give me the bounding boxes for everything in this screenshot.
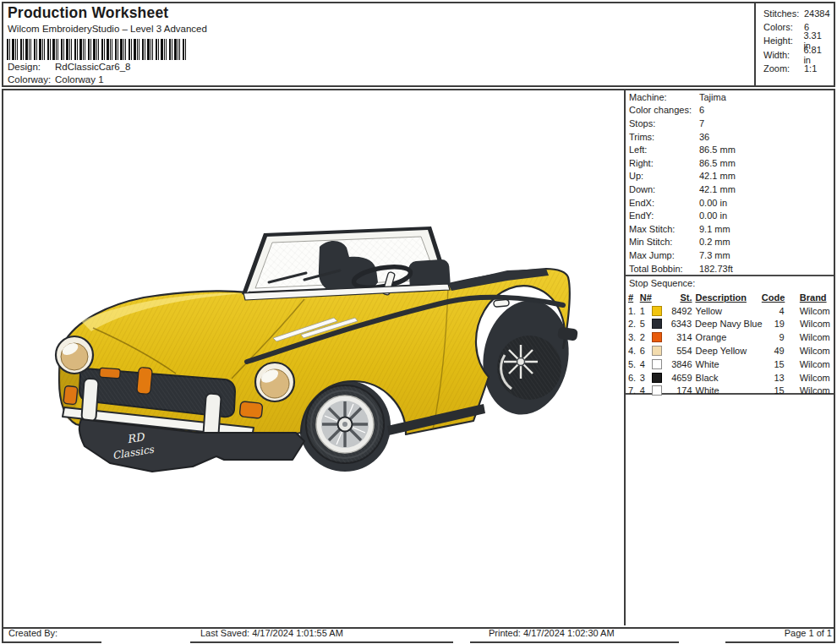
stop-number: 7. (628, 385, 640, 396)
stop-table-rows: 1.18492Yellow4Wilcom2.56343Deep Navy Blu… (628, 304, 832, 398)
machine-info-value: 0.2 mm (699, 237, 730, 247)
colorway-label: Colorway: (8, 74, 55, 85)
bumper-guard-right (203, 393, 222, 438)
front-wheel (306, 385, 384, 463)
thread-description: Black (692, 373, 763, 383)
headlight-right (255, 363, 294, 401)
thread-color-swatch (652, 332, 662, 342)
machine-info-value: 7.3 mm (699, 250, 730, 260)
col-header-needle: N# (640, 292, 653, 303)
thread-color-swatch (652, 306, 662, 316)
machine-info-label: Max Stitch: (629, 224, 699, 234)
stitch-count: 8492 (666, 306, 692, 316)
col-header-code: Code (762, 292, 785, 303)
stop-number: 4. (628, 346, 640, 356)
stop-number: 1. (628, 306, 640, 316)
stop-sequence-row: 6.34659Black13Wilcom (628, 371, 832, 385)
machine-info-value: 6 (699, 105, 704, 115)
stats-box-divider (754, 2, 756, 85)
thread-brand: Wilcom (785, 373, 832, 383)
stat-label: Colors: (763, 22, 804, 32)
needle-number: 4 (640, 385, 653, 396)
thread-brand: Wilcom (785, 359, 832, 369)
needle-number: 2 (640, 332, 653, 342)
machine-info-value: 86.5 mm (699, 145, 736, 155)
machine-info-row: Min Stitch:0.2 mm (629, 236, 832, 249)
thread-brand: Wilcom (785, 319, 832, 329)
swatch-cell (652, 319, 666, 329)
stat-row: Width:6.81 in (763, 48, 831, 62)
machine-info-row: Color changes:6 (629, 104, 832, 117)
production-worksheet-page: Production Worksheet Wilcom EmbroiderySt… (0, 0, 837, 644)
machine-info-row: Total Bobbin:182.73ft (629, 262, 832, 276)
colorway-row: Colorway: Colorway 1 (8, 74, 104, 85)
thread-description: Yellow (692, 306, 763, 316)
stitch-count: 3846 (666, 359, 692, 369)
col-header-description: Description (692, 292, 761, 303)
stop-sequence-row: 7.4174White15Wilcom (628, 385, 832, 398)
thread-description: White (692, 385, 763, 396)
machine-info-label: Color changes: (629, 105, 699, 115)
thread-description: Orange (692, 332, 763, 342)
thread-color-swatch (652, 385, 662, 396)
stitch-count: 314 (666, 332, 692, 342)
design-value: RdClassicCar6_8 (55, 62, 130, 72)
stat-label: Height: (763, 35, 803, 46)
stat-value: 1:1 (804, 63, 817, 74)
machine-info-row: Max Stitch:9.1 mm (629, 222, 832, 236)
stop-number: 2. (628, 319, 640, 329)
machine-info-row: Stops:7 (629, 117, 832, 130)
bumper-guard-left (81, 379, 98, 422)
machine-info-list: Machine:TajimaColor changes:6Stops:7Trim… (629, 90, 832, 275)
machine-info-label: Stops: (629, 118, 699, 128)
grille-orange-lamp (100, 368, 121, 379)
machine-info-row: EndX:0.00 in (629, 196, 832, 210)
stop-sequence-label: Stop Sequence: (629, 278, 695, 288)
stitch-count: 174 (666, 385, 692, 396)
thread-description: White (692, 359, 763, 369)
thread-description: Deep Navy Blue (692, 319, 763, 329)
stitch-count: 6343 (666, 319, 692, 329)
thread-code: 15 (762, 385, 785, 396)
thread-brand: Wilcom (785, 346, 832, 356)
machine-info-label: Total Bobbin: (629, 264, 699, 274)
turn-signal-left (63, 385, 78, 404)
machine-info-row: Down:42.1 mm (629, 183, 832, 196)
design-barcode (7, 39, 188, 60)
machine-info-label: EndX: (629, 198, 699, 208)
machine-info-row: Left:86.5 mm (629, 143, 832, 156)
stop-number: 5. (628, 359, 640, 369)
machine-info-label: Trims: (629, 132, 699, 142)
col-header-num: # (628, 292, 640, 303)
machine-info-row: Machine:Tajima (629, 90, 832, 104)
machine-info-value: 86.5 mm (699, 158, 736, 168)
rear-wheel (497, 336, 561, 400)
machine-info-label: Down: (629, 184, 699, 194)
design-row: Design: RdClassicCar6_8 (8, 62, 130, 72)
col-header-brand: Brand (785, 292, 832, 303)
needle-number: 6 (640, 346, 653, 356)
colorway-value: Colorway 1 (55, 74, 104, 85)
thread-brand: Wilcom (785, 306, 832, 316)
machine-info-label: Up: (629, 171, 699, 181)
machine-info-value: 9.1 mm (699, 224, 730, 234)
swatch-cell (652, 385, 666, 396)
machine-info-value: 0.00 in (699, 210, 727, 221)
design-stats: Stitches:24384Colors:6Height:3.31 inWidt… (763, 7, 831, 75)
swatch-cell (652, 346, 666, 356)
software-subtitle: Wilcom EmbroideryStudio – Level 3 Advanc… (8, 24, 207, 34)
panel-divider (624, 89, 626, 625)
machine-info-row: Trims:36 (629, 130, 832, 144)
swatch-cell (652, 359, 666, 369)
stop-sequence-table: # N# St. Description Code Brand 1.18492Y… (628, 291, 832, 397)
design-label: Design: (8, 62, 55, 72)
footer-last-saved: Last Saved: 4/17/2024 1:01:55 AM (190, 627, 453, 643)
machine-info-value: 182.73ft (699, 264, 733, 274)
thread-description: Deep Yellow (692, 346, 763, 356)
thread-color-swatch (652, 359, 662, 369)
grille-orange-lamp-2 (137, 367, 153, 394)
thread-brand: Wilcom (785, 332, 832, 342)
machine-info-row: Up:42.1 mm (629, 170, 832, 183)
machine-info-label: Right: (629, 158, 699, 168)
machine-info-label: Left: (629, 145, 699, 155)
